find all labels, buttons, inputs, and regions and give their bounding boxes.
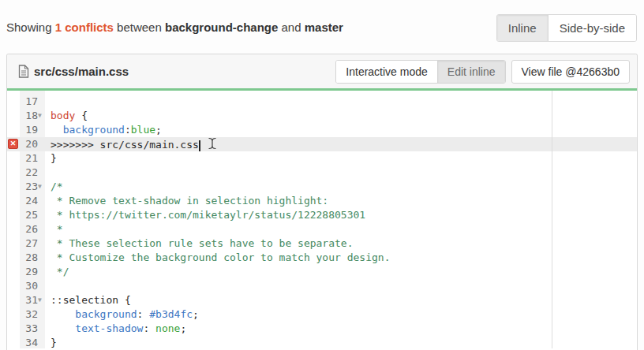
line-number: 29	[20, 265, 45, 279]
view-mode-toggle: Inline Side-by-side	[496, 14, 637, 42]
conflict-summary: Showing 1 conflicts between background-c…	[6, 20, 343, 34]
editor-line[interactable]: 18▼body {	[7, 109, 637, 123]
code-line-content[interactable]: body {	[45, 109, 637, 123]
code-line-content[interactable]: * Remove text-shadow in selection highli…	[45, 194, 637, 208]
gutter-marker-column	[7, 208, 20, 222]
conflict-error-icon[interactable]: ✕	[8, 139, 18, 149]
code-line-content[interactable]: * Customize the background color to matc…	[45, 251, 637, 265]
editor-line[interactable]: 22	[7, 166, 637, 180]
code-line-content[interactable]: text-shadow: none;	[45, 322, 637, 336]
code-line-content[interactable]: /*	[45, 180, 637, 194]
fold-arrow-icon[interactable]: ▼	[38, 180, 45, 194]
line-number: 18▼	[20, 109, 45, 123]
code-token: >>>>>>> src/css/main.css	[51, 139, 199, 151]
code-token: blue	[131, 124, 155, 136]
file-conflict-panel: src/css/main.css Interactive mode Edit i…	[6, 54, 638, 350]
editor-line[interactable]: 30	[7, 279, 637, 293]
code-token: :	[137, 308, 150, 320]
gutter-marker-column	[7, 109, 20, 123]
editor-line[interactable]: 33 text-shadow: none;	[7, 322, 637, 336]
code-token: :	[125, 124, 131, 136]
gutter-marker-column	[7, 336, 20, 348]
code-token: ::selection	[51, 294, 118, 306]
gutter-marker-column	[7, 123, 20, 137]
toggle-inline-button[interactable]: Inline	[497, 15, 549, 41]
code-line-content[interactable]	[45, 95, 637, 109]
interactive-mode-button[interactable]: Interactive mode	[336, 61, 437, 83]
code-token: {	[75, 110, 88, 121]
line-number: 21	[20, 151, 45, 166]
editor-line[interactable]: 31▼::selection {	[7, 293, 637, 307]
editor-line[interactable]: 25 * https://twitter.com/miketaylr/statu…	[7, 208, 637, 222]
line-number: 31▼	[20, 293, 45, 307]
line-number: 33	[20, 322, 45, 336]
code-token: * Remove text-shadow in selection highli…	[51, 195, 328, 207]
fold-arrow-icon[interactable]: ▼	[38, 109, 45, 123]
code-line-content[interactable]: * These selection rule sets have to be s…	[45, 236, 637, 251]
code-token: ;	[180, 322, 186, 334]
gutter-marker-column	[7, 194, 20, 208]
editor-line[interactable]: 32 background: #b3d4fc;	[7, 307, 637, 322]
gutter-marker-column	[7, 279, 20, 293]
editor-line[interactable]: 17	[7, 95, 637, 109]
editor-line[interactable]: 34}	[7, 336, 637, 348]
code-token: ;	[155, 124, 162, 136]
code-line-content[interactable]: background: #b3d4fc;	[45, 307, 637, 322]
editor-line[interactable]: 27 * These selection rule sets have to b…	[7, 236, 637, 251]
code-token: :	[143, 322, 155, 334]
code-token: #b3d4fc	[149, 308, 193, 320]
code-line-content[interactable]: background:blue;	[45, 123, 637, 137]
code-token: }	[51, 152, 57, 164]
gutter-marker-column	[7, 222, 20, 236]
gutter-marker-column	[7, 293, 20, 307]
fold-arrow-icon[interactable]: ▼	[38, 293, 45, 307]
branch-name-target: master	[305, 20, 343, 34]
gutter-marker-column	[7, 322, 20, 336]
editor-line[interactable]: 21}	[7, 151, 637, 166]
editor-line[interactable]: ✕20>>>>>>> src/css/main.css	[7, 137, 637, 151]
editor-line[interactable]: 24 * Remove text-shadow in selection hig…	[7, 194, 637, 208]
code-line-content[interactable]: }	[45, 336, 637, 348]
summary-between: between	[117, 20, 162, 34]
line-number: 26	[20, 222, 45, 236]
line-number: 34	[20, 336, 45, 348]
editor-line[interactable]: 26 *	[7, 222, 637, 236]
document-icon	[18, 65, 29, 78]
code-token: body	[51, 110, 75, 121]
summary-showing: Showing	[6, 20, 52, 34]
editor-line[interactable]: 23▼/*	[7, 180, 637, 194]
code-line-content[interactable]: >>>>>>> src/css/main.css	[45, 137, 637, 151]
code-editor[interactable]: 161718▼body {19 background:blue;✕20>>>>>…	[7, 91, 637, 348]
code-token: ;	[193, 308, 199, 320]
file-header: src/css/main.css Interactive mode Edit i…	[7, 54, 637, 91]
edit-inline-button[interactable]: Edit inline	[437, 61, 505, 83]
editor-line[interactable]: 28 * Customize the background color to m…	[7, 251, 637, 265]
line-number: 25	[20, 208, 45, 222]
code-line-content[interactable]: ::selection {	[45, 293, 637, 307]
code-line-content[interactable]: }	[45, 151, 637, 166]
editor-lines: 161718▼body {19 background:blue;✕20>>>>>…	[7, 91, 637, 348]
code-token: * Customize the background color to matc…	[51, 251, 390, 263]
view-file-button[interactable]: View file @42663b0	[511, 60, 630, 84]
gutter-marker-column	[7, 180, 20, 194]
conflict-count: 1 conflicts	[55, 20, 114, 34]
code-token: */	[51, 266, 69, 277]
line-number: 20	[20, 137, 45, 151]
code-line-content[interactable]: *	[45, 222, 637, 236]
gutter-marker-column	[7, 265, 20, 279]
file-path: src/css/main.css	[34, 65, 129, 78]
code-line-content[interactable]	[45, 279, 637, 293]
code-token: background	[75, 308, 137, 320]
editor-line[interactable]: 29 */	[7, 265, 637, 279]
code-line-content[interactable]	[45, 166, 637, 180]
code-line-content[interactable]: * https://twitter.com/miketaylr/status/1…	[45, 208, 637, 222]
gutter-marker-column: ✕	[7, 137, 20, 151]
line-number: 23▼	[20, 180, 45, 194]
edit-mode-group: Interactive mode Edit inline	[335, 60, 505, 84]
code-token	[51, 124, 63, 136]
code-line-content[interactable]: */	[45, 265, 637, 279]
toggle-side-by-side-button[interactable]: Side-by-side	[549, 15, 636, 41]
editor-line[interactable]: 19 background:blue;	[7, 123, 637, 137]
file-header-actions: Interactive mode Edit inline View file @…	[335, 60, 630, 84]
gutter-marker-column	[7, 236, 20, 251]
